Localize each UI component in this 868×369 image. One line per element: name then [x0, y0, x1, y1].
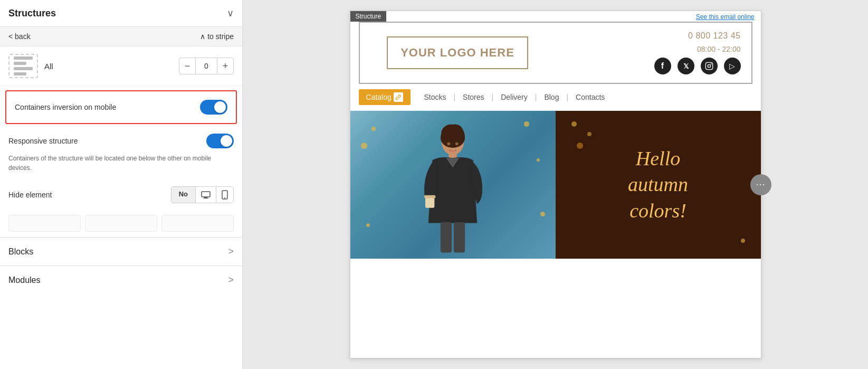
thumb-lines [14, 56, 33, 75]
contact-section: 0 800 123 45 08:00 - 22:00 f 𝕏 ▷ [556, 23, 751, 83]
counter-plus-button[interactable]: + [217, 58, 234, 74]
hide-option-mobile[interactable] [216, 187, 233, 203]
structure-badge: Structure [350, 11, 387, 22]
sidebar-title: Structures [8, 8, 56, 19]
youtube-icon[interactable]: ▷ [724, 58, 741, 74]
twitter-icon[interactable]: 𝕏 [678, 58, 694, 74]
hero-line-2: autumn [628, 172, 688, 197]
nav-item-blog[interactable]: Blog [537, 90, 566, 105]
preview-area: Structure See this email online ··· YOUR… [243, 0, 868, 369]
toggle-track-on [200, 100, 227, 115]
modules-arrow: > [228, 275, 234, 286]
nav-item-contacts[interactable]: Contacts [568, 90, 612, 105]
hide-options-group: No [171, 186, 234, 203]
svg-rect-12 [424, 195, 435, 198]
counter-control: − 0 + [179, 58, 234, 74]
modules-title: Modules [8, 276, 40, 285]
svg-point-7 [710, 63, 711, 64]
svg-rect-11 [425, 197, 434, 208]
edit-icon [394, 92, 403, 102]
chevron-down-icon: ∨ [227, 7, 234, 19]
catalog-label: Catalog [366, 93, 392, 101]
svg-point-6 [708, 64, 710, 67]
sidebar-header: Structures ∨ [0, 0, 242, 27]
blocks-title: Blocks [8, 247, 33, 257]
social-icons-group: f 𝕏 ▷ [654, 58, 741, 74]
toggle-track-responsive [206, 134, 234, 148]
phone-text: 0 800 123 45 [688, 31, 740, 41]
all-label: All [44, 62, 173, 71]
back-button[interactable]: < back [8, 32, 31, 41]
hide-element-label: Hide element [8, 191, 52, 199]
woman-figure [411, 121, 495, 259]
svg-rect-5 [705, 62, 712, 69]
svg-rect-1 [204, 197, 207, 198]
containers-inversion-toggle[interactable] [200, 100, 227, 115]
toggle-knob-responsive [221, 135, 232, 147]
email-preview: Structure See this email online ··· YOUR… [350, 11, 761, 358]
see-online-link[interactable]: See this email online [696, 13, 755, 21]
hide-option-no[interactable]: No [171, 187, 196, 203]
thumb-line-2 [14, 62, 26, 65]
hero-photo [350, 111, 556, 259]
email-header: YOUR LOGO HERE 0 800 123 45 08:00 - 22:0… [359, 22, 752, 84]
hero-text-panel: Hello autumn colors! [556, 111, 761, 259]
hero-line-3: colors! [628, 198, 688, 224]
counter-minus-button[interactable]: − [179, 58, 196, 74]
nav-item-stocks[interactable]: Stocks [416, 90, 453, 105]
hero-line-1: Hello [628, 146, 688, 172]
thumb-line-1 [14, 56, 33, 60]
svg-point-16 [455, 142, 459, 145]
thumb-line-4 [14, 72, 26, 75]
svg-rect-2 [203, 198, 208, 198]
filter-row: All − 0 + [0, 46, 242, 86]
svg-point-15 [447, 142, 450, 145]
modules-section[interactable]: Modules > [0, 266, 242, 294]
containers-inversion-label: Containers inversion on mobile [15, 103, 116, 111]
facebook-icon[interactable]: f [654, 58, 671, 74]
svg-rect-0 [202, 192, 210, 197]
nav-row: < back ∧ to stripe [0, 27, 242, 46]
toggle-knob [214, 101, 226, 113]
nav-item-delivery[interactable]: Delivery [493, 90, 535, 105]
hours-text: 08:00 - 22:00 [697, 45, 741, 53]
svg-point-4 [224, 197, 225, 198]
hide-element-row: Hide element No [0, 180, 242, 210]
faded-controls-row [0, 210, 242, 237]
svg-rect-14 [454, 222, 465, 253]
sidebar: Structures ∨ < back ∧ to stripe All − 0 … [0, 0, 243, 369]
faded-btn-1 [8, 215, 81, 232]
blocks-section[interactable]: Blocks > [0, 237, 242, 266]
email-hero: Hello autumn colors! [350, 111, 761, 259]
to-stripe-button[interactable]: ∧ to stripe [200, 32, 234, 41]
nav-sep-1 [411, 93, 417, 101]
faded-btn-3 [161, 215, 234, 232]
logo-bracket: YOUR LOGO HERE [387, 36, 528, 69]
responsive-structure-toggle[interactable] [206, 134, 234, 148]
email-nav: Catalog Stocks | Stores | Delivery | Blo… [350, 84, 761, 111]
nav-item-catalog[interactable]: Catalog [359, 89, 411, 105]
nav-item-stores[interactable]: Stores [455, 90, 491, 105]
hide-option-desktop[interactable] [196, 187, 216, 203]
containers-inversion-row: Containers inversion on mobile [5, 90, 237, 124]
logo-text: YOUR LOGO HERE [400, 46, 514, 59]
responsive-structure-row: Responsive structure [0, 128, 242, 154]
logo-section: YOUR LOGO HERE [360, 23, 556, 83]
faded-btn-2 [85, 215, 157, 232]
responsive-description: Containers of the structure will be loca… [0, 154, 242, 180]
blocks-arrow: > [228, 246, 234, 257]
instagram-icon[interactable] [701, 58, 718, 74]
thumbnail-preview [8, 54, 38, 78]
responsive-structure-label: Responsive structure [8, 137, 78, 145]
side-dots-button[interactable]: ··· [750, 174, 771, 195]
counter-value: 0 [196, 58, 217, 74]
svg-rect-13 [441, 222, 452, 253]
thumb-line-3 [14, 67, 33, 70]
hero-text: Hello autumn colors! [628, 146, 688, 224]
